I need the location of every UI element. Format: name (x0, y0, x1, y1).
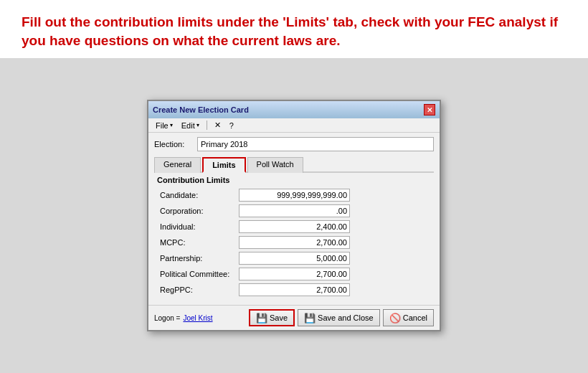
limits-table: Candidate: Corporation: Individual: (157, 187, 431, 298)
limits-title: Contribution Limits (157, 176, 431, 184)
row-label: MCPC: (157, 235, 236, 250)
table-row: Individual: (157, 219, 431, 235)
limits-section: Contribution Limits Candidate: Corporati… (154, 173, 434, 301)
table-row: Candidate: (157, 187, 431, 203)
save-close-icon: 💾 (304, 313, 316, 324)
mcpc-input[interactable] (239, 236, 350, 249)
dialog-titlebar: Create New Election Card ✕ (148, 101, 440, 118)
edit-menu-arrow: ▾ (196, 122, 199, 128)
close-button[interactable]: ✕ (424, 104, 435, 115)
dialog-title: Create New Election Card (153, 105, 249, 114)
dialog-menubar: File ▾ Edit ▾ ✕ ? (148, 118, 440, 133)
table-row: Political Committee: (157, 266, 431, 282)
election-row: Election: (154, 137, 434, 151)
file-menu-arrow: ▾ (170, 122, 173, 128)
cancel-icon: 🚫 (389, 313, 401, 324)
row-label: Individual: (157, 219, 236, 235)
dialog-body: Election: General Limits Poll Watch Cont… (148, 133, 440, 305)
dialog-footer: Logon = Joel Krist 💾 Save 💾 Save and Clo… (148, 305, 440, 330)
instruction-text: Fill out the contribution limits under t… (0, 0, 588, 58)
tab-poll-watch[interactable]: Poll Watch (247, 157, 303, 173)
page-background: Create New Election Card ✕ File ▾ Edit ▾… (0, 58, 588, 373)
table-row: RegPPC: (157, 282, 431, 298)
logon-user-link[interactable]: Joel Krist (183, 314, 212, 322)
election-label: Election: (154, 140, 197, 148)
help-toolbar-btn[interactable]: ? (227, 120, 237, 131)
save-button[interactable]: 💾 Save (249, 309, 295, 326)
partnership-input[interactable] (239, 252, 350, 265)
edit-menu[interactable]: Edit ▾ (179, 120, 202, 131)
save-icon: 💾 (256, 313, 267, 324)
regppc-input[interactable] (239, 283, 350, 296)
dialog-window: Create New Election Card ✕ File ▾ Edit ▾… (147, 100, 441, 331)
tabs-row: General Limits Poll Watch (154, 156, 434, 173)
candidate-input[interactable] (239, 189, 350, 202)
file-menu[interactable]: File ▾ (153, 120, 176, 131)
political-committee-input[interactable] (239, 268, 350, 280)
instruction-content: Fill out the contribution limits under t… (22, 14, 558, 48)
row-label: Candidate: (157, 187, 236, 203)
table-row: Corporation: (157, 203, 431, 219)
row-label: Corporation: (157, 203, 236, 219)
tab-limits[interactable]: Limits (202, 157, 245, 173)
individual-input[interactable] (239, 220, 350, 233)
corporation-input[interactable] (239, 204, 350, 217)
row-label: RegPPC: (157, 282, 236, 298)
delete-toolbar-btn[interactable]: ✕ (212, 120, 224, 131)
logon-label: Logon = (154, 314, 180, 322)
tab-general[interactable]: General (154, 157, 201, 173)
cancel-button[interactable]: 🚫 Cancel (383, 309, 434, 326)
menu-separator (207, 121, 207, 130)
table-row: Partnership: (157, 250, 431, 266)
table-row: MCPC: (157, 235, 431, 250)
save-close-button[interactable]: 💾 Save and Close (298, 309, 380, 326)
row-label: Political Committee: (157, 266, 236, 282)
election-input[interactable] (197, 137, 434, 151)
row-label: Partnership: (157, 250, 236, 266)
